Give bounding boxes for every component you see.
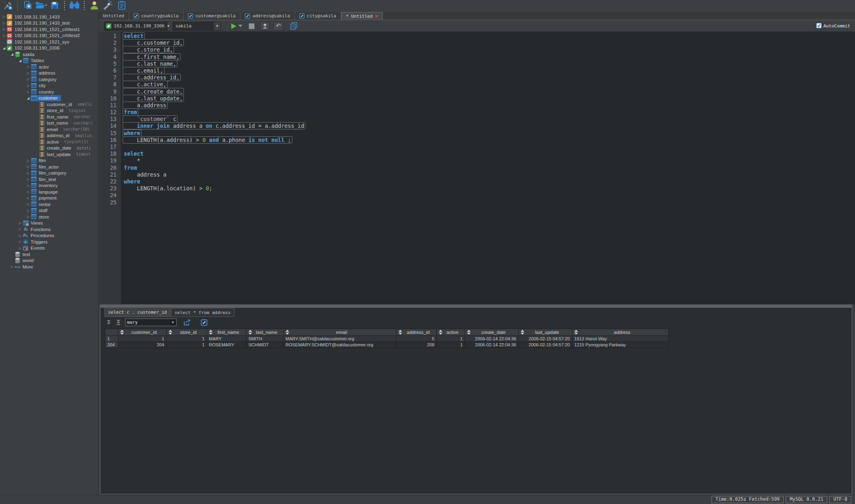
tree-item-content[interactable]: sakila [15,51,38,58]
tree-item-language[interactable]: ▷language [0,189,98,195]
column-header-rownum[interactable] [105,329,118,335]
column-header-address[interactable]: address [572,329,668,335]
tree-item-192.168.31.190_1521_c##test1[interactable]: ▷192.168.31.190_1521_c##test1 [0,26,98,33]
tree-item-content[interactable]: inventory [31,183,61,189]
expand-arrow-icon[interactable]: ▷ [26,209,31,212]
tree-item-content[interactable]: customer_idsmalli [39,101,95,108]
tree-item-create_date[interactable]: create_datedateti [0,145,98,152]
expand-arrow-icon[interactable]: ▷ [26,196,31,200]
grid-cell[interactable]: ROSEMARY [207,342,246,348]
close-tab-icon[interactable]: × [375,14,378,19]
expand-arrow-icon[interactable]: ▷ [26,177,31,181]
column-header-active[interactable]: active [437,329,465,335]
tree-item-content[interactable]: address [31,70,58,77]
grid-cell[interactable]: 208 [396,342,437,348]
tree-item-first_name[interactable]: first_namevarchar [0,114,98,120]
tree-item-staff[interactable]: ▷staff [0,208,98,214]
tree-item-film_text[interactable]: ▷film_text [0,176,98,183]
grid-cell[interactable]: 204 [118,342,167,348]
toolbar-button-wand[interactable] [102,1,113,11]
tree-item-content[interactable]: category [31,76,60,83]
clear-filter-icon[interactable]: × [170,320,175,325]
tree-item-content[interactable]: activetinyint(1) [39,139,92,145]
fetch-next-page-icon[interactable] [106,319,112,325]
tree-item-sakila[interactable]: ◢sakila [0,51,98,58]
autocommit-toggle[interactable]: AutoCommit [816,20,850,32]
tree-item-content[interactable]: 192.168.31.190_1433 [6,14,63,20]
sort-icon[interactable] [439,330,442,335]
tree-item-email[interactable]: emailvarchar(50) [0,126,98,133]
expand-arrow-icon[interactable]: ▷ [2,27,6,31]
sort-icon[interactable] [574,330,578,335]
grid-cell[interactable]: 1 [437,336,465,342]
editor-tab-Untitled[interactable]: Untitled [98,12,129,20]
expand-arrow-icon[interactable]: ▷ [18,240,23,244]
tree-item-payment[interactable]: ▷payment [0,195,98,202]
grid-cell[interactable]: 204 [105,342,118,348]
tree-item-content[interactable]: film_actor [31,164,62,170]
expand-arrow-icon[interactable]: ▷ [18,221,23,225]
grid-cell[interactable]: 2006-02-15 04:57:20 [519,336,572,342]
toolbar-button-clipboard[interactable] [116,1,127,11]
expand-arrow-icon[interactable]: ▷ [26,159,31,162]
tree-item-rental[interactable]: ▷rental [0,201,98,208]
commit-button[interactable] [260,22,270,31]
editor-tab-* Untitled[interactable]: * Untitled× [341,12,383,20]
column-header-create_date[interactable]: create_date [465,329,519,335]
tree-item-country[interactable]: ▷country [0,89,98,95]
sort-icon[interactable] [521,330,524,335]
tree-item-address[interactable]: ▷address [0,70,98,77]
tree-item-store_id[interactable]: store_idtinyint [0,108,98,114]
fetch-all-rows-icon[interactable] [115,319,121,325]
tree-item-content[interactable]: customer [31,95,61,102]
tree-item-content[interactable]: film_category [31,170,69,177]
execution-plan-button[interactable] [290,22,297,30]
tree-item-content[interactable]: emailvarchar(50) [39,126,93,133]
export-results-icon[interactable] [184,319,191,326]
tree-item-content[interactable]: create_datedateti [39,145,94,152]
tree-item-content[interactable]: Tables [23,58,47,64]
tree-item-content[interactable]: language [31,189,61,195]
toolbar-button-save[interactable] [49,1,60,11]
editor-tab-address@sakila[interactable]: address@sakila [240,12,295,20]
tree-item-Tables[interactable]: ◢Tables [0,58,98,64]
tree-item-customer_id[interactable]: customer_idsmalli [0,101,98,108]
tree-item-192.168.31.190_1521_sys[interactable]: 192.168.31.190_1521_sys [0,39,98,45]
expand-arrow-icon[interactable]: ▷ [2,15,6,19]
grid-cell[interactable]: 1 [167,342,207,348]
sort-icon[interactable] [169,330,172,335]
tree-item-content[interactable]: •••More [15,264,36,270]
column-header-address_id[interactable]: address_id [396,329,437,335]
grid-cell[interactable]: 1 [118,336,167,342]
tree-item-Events[interactable]: ▷Events [0,245,98,252]
expand-arrow-icon[interactable]: ▷ [2,34,6,37]
sort-icon[interactable] [120,330,124,335]
column-header-first_name[interactable]: first_name [207,329,246,335]
chevron-down-icon[interactable]: ▼ [213,22,221,30]
checkbox-checked-icon[interactable] [816,23,822,29]
sort-icon[interactable] [398,330,402,335]
toolbar-button-new-file[interactable] [22,1,33,11]
tree-item-content[interactable]: world [15,258,37,264]
grid-cell[interactable]: ROSEMARY.SCHMIDT@sakilacustomer.org [284,342,396,348]
grid-cell[interactable]: 2006-02-14 22:04:36 [465,336,519,342]
tree-item-content[interactable]: city [31,83,49,89]
tree-item-192.168.31.190_1433[interactable]: ▷192.168.31.190_1433 [0,14,98,20]
tree-item-content[interactable]: Triggers [23,239,51,245]
expand-arrow-icon[interactable]: ▷ [26,84,31,87]
tree-item-content[interactable]: 192.168.31.190_1521_c##test1 [6,26,83,33]
column-header-customer_id[interactable]: customer_id [118,329,167,335]
grid-cell[interactable]: 1 [167,336,207,342]
tree-item-content[interactable]: film [31,158,49,164]
tree-item-film_category[interactable]: ▷film_category [0,170,98,177]
stop-button[interactable] [249,23,254,29]
tree-item-Triggers[interactable]: ▷Triggers [0,239,98,245]
grid-cell[interactable]: 1 [105,336,118,342]
tree-item-192.168.31.190_3306[interactable]: ◢192.168.31.190_3306 [0,45,98,52]
expand-arrow-icon[interactable]: ◢ [2,46,6,50]
tree-item-world[interactable]: world [0,258,98,264]
editor-tab-country@sakila[interactable]: country@sakila [129,12,184,20]
tree-item-active[interactable]: activetinyint(1) [0,139,98,145]
expand-arrow-icon[interactable]: ▷ [10,265,15,269]
expand-arrow-icon[interactable]: ▷ [26,190,31,194]
